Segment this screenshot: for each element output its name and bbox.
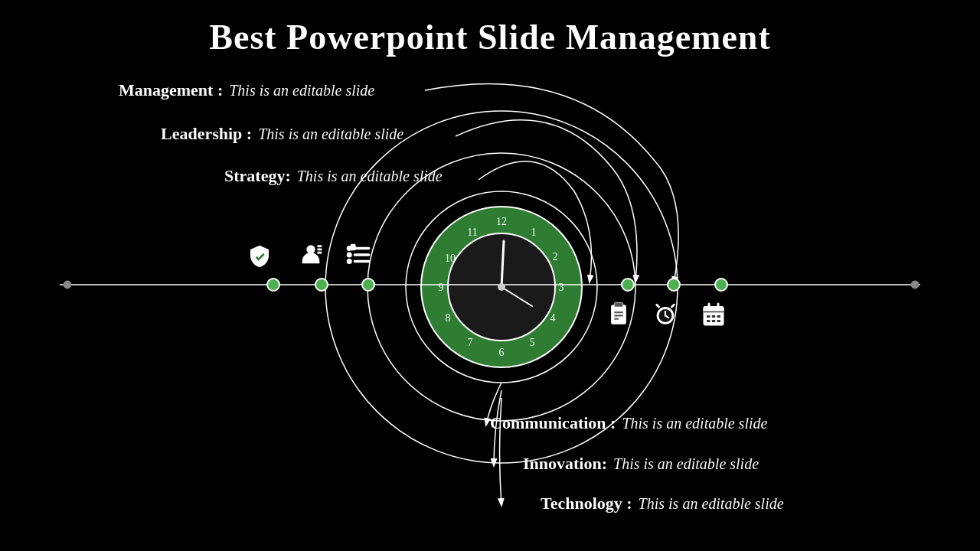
svg-rect-38 <box>614 302 622 307</box>
svg-line-7 <box>501 287 532 306</box>
svg-point-4 <box>448 233 555 341</box>
svg-text:11: 11 <box>467 227 477 238</box>
svg-text:12: 12 <box>496 216 507 227</box>
svg-rect-56 <box>717 320 721 322</box>
slide-title: Best Powerpoint Slide Management <box>0 0 980 57</box>
communication-label: Communication : This is an editable slid… <box>490 413 767 433</box>
slide-container: Best Powerpoint Slide Management <box>0 0 980 551</box>
diagram-svg: 12 1 2 3 4 5 6 7 8 9 10 11 <box>0 0 980 551</box>
leadership-label: Leadership : This is an editable slide <box>161 124 403 144</box>
svg-point-23 <box>315 279 328 291</box>
leadership-key: Leadership : <box>161 124 252 144</box>
clipboard-icon <box>606 302 632 333</box>
svg-point-35 <box>348 259 351 262</box>
svg-point-26 <box>668 279 680 291</box>
svg-text:4: 4 <box>550 312 556 324</box>
communication-key: Communication : <box>490 413 616 433</box>
svg-point-22 <box>267 279 279 291</box>
strategy-label: Strategy: This is an editable slide <box>224 166 443 186</box>
technology-value: This is an editable slide <box>639 495 784 513</box>
svg-point-27 <box>715 279 727 291</box>
icons-left-area <box>0 0 980 551</box>
svg-rect-55 <box>712 320 716 322</box>
svg-text:7: 7 <box>468 337 473 348</box>
svg-point-28 <box>911 281 919 289</box>
person-icon <box>298 242 324 273</box>
technology-label: Technology : This is an editable slide <box>541 494 784 514</box>
svg-line-45 <box>665 315 668 318</box>
svg-point-25 <box>622 279 634 291</box>
svg-point-43 <box>659 309 672 322</box>
technology-key: Technology : <box>541 494 632 514</box>
management-label: Management : This is an editable slide <box>119 80 374 100</box>
communication-value: This is an editable slide <box>622 415 767 432</box>
svg-point-33 <box>348 246 351 249</box>
svg-rect-53 <box>717 315 721 318</box>
leadership-value: This is an editable slide <box>258 126 403 143</box>
svg-rect-36 <box>351 245 354 249</box>
svg-text:3: 3 <box>559 282 564 293</box>
shield-icon <box>247 243 272 273</box>
svg-rect-47 <box>704 306 724 313</box>
svg-point-24 <box>362 279 374 291</box>
labels-left: Management : This is an editable slide L… <box>0 0 490 551</box>
svg-point-8 <box>498 283 505 291</box>
svg-point-1 <box>368 153 635 421</box>
innovation-key: Innovation: <box>523 454 607 474</box>
alarm-clock-icon <box>652 302 678 333</box>
management-value: This is an editable slide <box>229 82 374 99</box>
innovation-value: This is an editable slide <box>613 455 759 473</box>
svg-text:8: 8 <box>446 312 451 324</box>
svg-point-34 <box>348 253 351 256</box>
svg-text:9: 9 <box>439 282 444 293</box>
strategy-key: Strategy: <box>224 166 291 186</box>
management-key: Management : <box>119 80 223 100</box>
svg-text:1: 1 <box>531 227 537 238</box>
svg-point-2 <box>406 191 597 383</box>
svg-point-0 <box>325 111 678 463</box>
svg-text:2: 2 <box>553 251 558 262</box>
svg-point-42 <box>657 307 675 324</box>
svg-point-29 <box>306 245 315 253</box>
svg-text:6: 6 <box>499 347 505 358</box>
svg-text:5: 5 <box>530 337 535 348</box>
innovation-label: Innovation: This is an editable slide <box>523 454 759 474</box>
svg-rect-37 <box>611 305 626 324</box>
svg-point-3 <box>421 207 582 367</box>
svg-rect-52 <box>712 315 716 318</box>
strategy-value: This is an editable slide <box>297 168 443 185</box>
svg-line-6 <box>501 241 504 287</box>
svg-point-21 <box>64 281 71 289</box>
svg-rect-51 <box>707 315 710 318</box>
labels-right: Communication : This is an editable slid… <box>0 0 980 551</box>
list-icon <box>346 242 372 273</box>
calendar-icon <box>700 302 727 334</box>
svg-text:10: 10 <box>445 253 456 264</box>
svg-rect-46 <box>704 306 724 326</box>
svg-rect-54 <box>707 320 710 322</box>
